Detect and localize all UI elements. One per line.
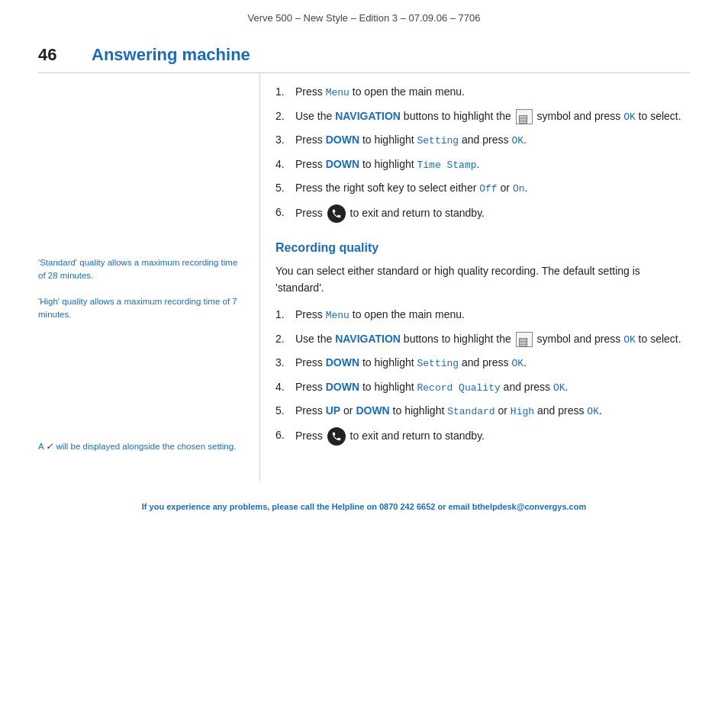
chapter-number: 46 — [38, 45, 69, 65]
content-area: 'Standard' quality allows a maximum reco… — [38, 73, 690, 481]
rq-step-4: 4. Press DOWN to highlight Record Qualit… — [275, 379, 690, 396]
page-footer: If you experience any problems, please c… — [0, 488, 728, 523]
step-3: 3. Press DOWN to highlight Setting and p… — [275, 132, 690, 149]
end-call-icon — [327, 204, 346, 223]
step-2: 2. Use the NAVIGATION buttons to highlig… — [275, 108, 690, 125]
sidebar-note-high: 'High' quality allows a maximum recordin… — [38, 295, 244, 322]
step-4: 4. Press DOWN to highlight Time Stamp. — [275, 156, 690, 173]
rq-step-2: 2. Use the NAVIGATION buttons to highlig… — [275, 331, 690, 348]
timestamp-steps: 1. Press Menu to open the main menu. 2. … — [275, 84, 690, 223]
step-5: 5. Press the right soft key to select ei… — [275, 180, 690, 197]
header-title: Verve 500 – New Style – Edition 3 – 07.0… — [248, 12, 481, 24]
sidebar: 'Standard' quality allows a maximum reco… — [38, 73, 259, 481]
footer-text: If you experience any problems, please c… — [142, 502, 586, 511]
step-1: 1. Press Menu to open the main menu. — [275, 84, 690, 101]
sidebar-spacer-top — [38, 89, 244, 256]
sidebar-note-standard: 'Standard' quality allows a maximum reco… — [38, 256, 244, 283]
end-call-icon-2 — [327, 427, 346, 446]
recording-quality-title: Recording quality — [275, 241, 690, 255]
answ-machine-icon — [516, 109, 533, 124]
sidebar-note-checkmark: A ✓ will be displayed alongside the chos… — [38, 440, 244, 453]
recording-quality-steps: 1. Press Menu to open the main menu. 2. … — [275, 307, 690, 446]
answ-machine-icon-2 — [516, 332, 533, 347]
recording-quality-intro: You can select either standard or high q… — [275, 262, 690, 297]
chapter-header: 46 Answering machine — [38, 31, 690, 72]
rq-step-5: 5. Press UP or DOWN to highlight Standar… — [275, 403, 690, 420]
rq-step-3: 3. Press DOWN to highlight Setting and p… — [275, 355, 690, 372]
step-6: 6. Press to exit and return to standby. — [275, 204, 690, 223]
main-content: 1. Press Menu to open the main menu. 2. … — [259, 73, 690, 481]
chapter-title: Answering machine — [92, 45, 250, 65]
rq-step-6: 6. Press to exit and return to standby. — [275, 427, 690, 446]
rq-step-1: 1. Press Menu to open the main menu. — [275, 307, 690, 323]
sidebar-spacer-mid — [38, 333, 244, 440]
page-header: Verve 500 – New Style – Edition 3 – 07.0… — [0, 0, 728, 31]
